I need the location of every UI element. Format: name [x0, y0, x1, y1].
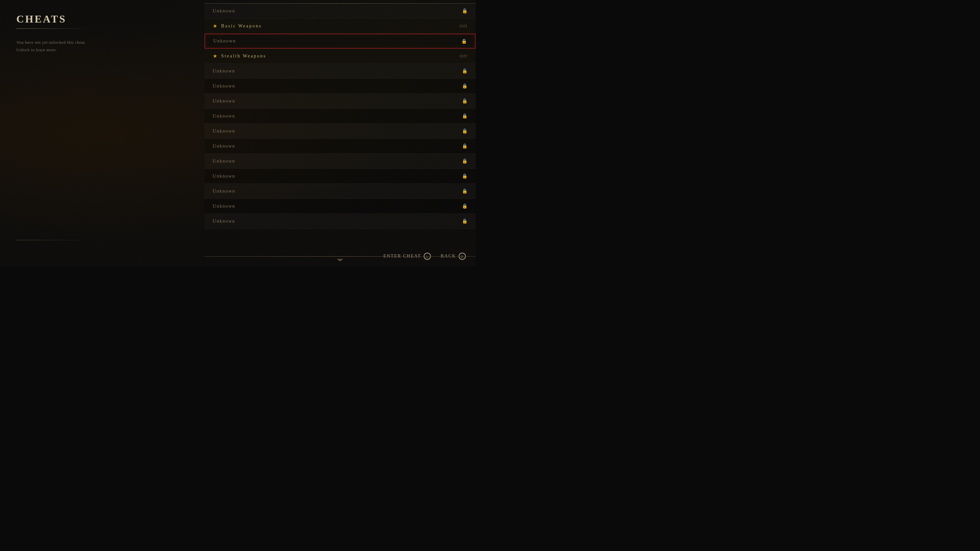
right-panel: Unknown 🔒 ★ Basic Weapons Off Unk: [205, 0, 476, 266]
item-label: Unknown: [213, 189, 235, 194]
list-item[interactable]: Unknown 🔒: [205, 169, 476, 184]
list-item[interactable]: ★ Basic Weapons Off: [205, 19, 476, 33]
item-label: Unknown: [213, 159, 235, 164]
lock-icon: 🔒: [462, 128, 468, 134]
item-label: Unknown: [213, 114, 235, 119]
item-label: Unknown: [213, 174, 235, 179]
item-label: Unknown: [213, 98, 235, 104]
lock-icon: 🔒: [462, 158, 468, 164]
lock-icon: 🔒: [462, 203, 468, 209]
item-label: Unknown: [213, 84, 235, 89]
list-item[interactable]: Unknown 🔒: [205, 154, 476, 169]
item-label: Unknown: [213, 68, 235, 74]
title-divider: [16, 29, 91, 29]
lock-icon: 🔒: [462, 98, 468, 104]
list-item[interactable]: Unknown 🔒: [205, 33, 476, 49]
lock-icon: 🔒: [461, 38, 467, 44]
list-item[interactable]: Unknown 🔒: [205, 94, 476, 109]
list-item[interactable]: Unknown 🔒: [205, 199, 476, 214]
lock-icon: 🔒: [462, 8, 468, 14]
svg-marker-0: [337, 259, 343, 262]
item-label: Unknown: [213, 219, 235, 224]
left-panel: CHEATS You have not yet unlocked this ch…: [0, 0, 205, 266]
lock-icon: 🔒: [462, 83, 468, 89]
list-item[interactable]: Unknown 🔒: [205, 184, 476, 199]
lock-icon: 🔒: [462, 188, 468, 194]
item-label: Unknown: [213, 204, 235, 209]
item-label: Unknown: [213, 8, 235, 14]
list-item[interactable]: Unknown 🔒: [205, 79, 476, 94]
lock-icon: 🔒: [462, 218, 468, 224]
lock-icon: 🔒: [462, 68, 468, 74]
star-icon: ★: [213, 23, 217, 29]
item-label: Unknown: [213, 129, 235, 134]
item-label: Unknown: [213, 144, 235, 149]
cheat-description: You have not yet unlocked this cheat. Un…: [16, 38, 188, 54]
list-item[interactable]: Unknown 🔒: [205, 139, 476, 154]
status-label: Off: [460, 54, 468, 59]
page-title: CHEATS: [16, 13, 188, 25]
status-label: Off: [460, 24, 468, 29]
list-item[interactable]: Unknown 🔒: [205, 109, 476, 124]
list-item[interactable]: Unknown 🔒: [205, 3, 476, 19]
list-item[interactable]: ★ Stealth Weapons Off: [205, 49, 476, 64]
main-layout: CHEATS You have not yet unlocked this ch…: [0, 0, 476, 266]
item-label: Stealth Weapons: [221, 54, 266, 59]
lock-icon: 🔒: [462, 113, 468, 119]
scroll-indicator: [337, 258, 343, 262]
item-label: Unknown: [213, 38, 236, 44]
lock-icon: 🔒: [462, 143, 468, 149]
star-icon: ★: [213, 53, 217, 59]
bottom-divider: [16, 240, 91, 240]
list-item[interactable]: Unknown 🔒: [205, 124, 476, 139]
cheat-list: Unknown 🔒 ★ Basic Weapons Off Unk: [205, 3, 476, 256]
item-label: Basic Weapons: [221, 24, 262, 29]
lock-icon: 🔒: [462, 173, 468, 179]
list-item[interactable]: Unknown 🔒: [205, 214, 476, 229]
list-item[interactable]: Unknown 🔒: [205, 64, 476, 79]
